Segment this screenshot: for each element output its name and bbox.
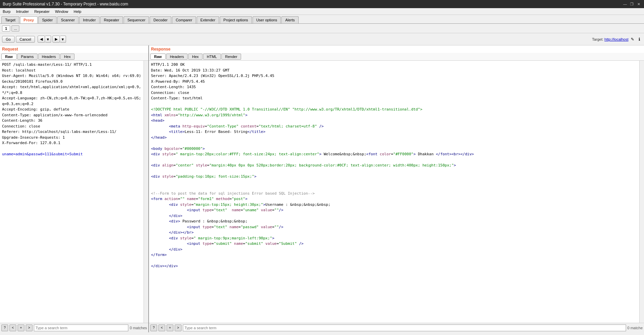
nav-next-dropdown[interactable]: ▼ xyxy=(60,36,66,43)
toolbar: Go Cancel ◀ ▼ ▶ ▼ Target: http://localho… xyxy=(0,33,644,45)
request-search-bar: ? < + > 0 matches xyxy=(0,323,148,332)
request-scrollbar[interactable] xyxy=(144,61,148,323)
menubar: Burp Intruder Repeater Window Help xyxy=(0,8,644,15)
titlebar-title: Burp Suite Professional v1.7.30 - Tempor… xyxy=(3,2,128,6)
response-label: Response xyxy=(149,45,644,53)
request-tabbar: Raw Params Headers Hex xyxy=(0,53,148,61)
request-match-count: 0 matches xyxy=(130,326,147,330)
titlebar-controls: — ❐ ✕ xyxy=(622,1,641,7)
session-tab-1[interactable]: 1 xyxy=(2,25,10,32)
request-label: Request xyxy=(0,45,148,53)
request-tab-raw[interactable]: Raw xyxy=(1,54,17,60)
target-url[interactable]: http://localhost xyxy=(604,37,628,41)
tab-comparer[interactable]: Comparer xyxy=(172,16,196,23)
close-button[interactable]: ✕ xyxy=(636,1,641,7)
edit-target-icon[interactable]: ✎ xyxy=(630,37,635,42)
session-ellipsis[interactable]: ... xyxy=(12,25,19,32)
nav-prev-button[interactable]: ◀ xyxy=(38,36,45,43)
request-content[interactable]: POST /sqli-labs-master/Less-11/ HTTP/1.1… xyxy=(0,61,144,323)
request-search-next-plus[interactable]: + xyxy=(18,324,24,331)
response-tab-raw[interactable]: Raw xyxy=(150,54,166,60)
target-label: Target: http://localhost xyxy=(592,37,628,41)
response-tab-render[interactable]: Render xyxy=(221,54,241,60)
request-panel: Request Raw Params Headers Hex POST /sql… xyxy=(0,45,149,332)
target-info-icon[interactable]: ℹ xyxy=(637,37,642,42)
titlebar: Burp Suite Professional v1.7.30 - Tempor… xyxy=(0,0,644,8)
menu-intruder[interactable]: Intruder xyxy=(15,9,30,14)
request-search-input[interactable] xyxy=(34,324,128,331)
response-match-count: 0 matche xyxy=(627,326,643,330)
request-tab-hex[interactable]: Hex xyxy=(60,54,74,60)
tab-alerts[interactable]: Alerts xyxy=(281,16,298,23)
menu-repeater[interactable]: Repeater xyxy=(33,9,51,14)
response-panel: Response Raw Headers Hex HTML Render HTT… xyxy=(149,45,644,332)
request-search-prev[interactable]: < xyxy=(9,324,16,331)
response-tab-html[interactable]: HTML xyxy=(203,54,221,60)
response-search-prev[interactable]: < xyxy=(158,324,165,331)
response-tab-hex[interactable]: Hex xyxy=(188,54,202,60)
nav-next-button[interactable]: ▶ xyxy=(52,36,60,43)
tab-scanner[interactable]: Scanner xyxy=(57,16,79,23)
minimize-button[interactable]: — xyxy=(622,1,628,7)
tab-project-options[interactable]: Project options xyxy=(220,16,252,23)
tab-extender[interactable]: Extender xyxy=(197,16,219,23)
response-scrollbar[interactable] xyxy=(639,61,644,323)
tab-proxy[interactable]: Proxy xyxy=(20,16,38,23)
tab-intruder[interactable]: Intruder xyxy=(79,16,100,23)
menu-window[interactable]: Window xyxy=(53,9,69,14)
tab-spider[interactable]: Spider xyxy=(38,16,57,23)
response-search-help[interactable]: ? xyxy=(150,324,157,331)
response-tabbar: Raw Headers Hex HTML Render xyxy=(149,53,644,61)
request-search-next[interactable]: > xyxy=(26,324,33,331)
menu-help[interactable]: Help xyxy=(72,9,83,14)
tab-user-options[interactable]: User options xyxy=(253,16,281,23)
response-content[interactable]: HTTP/1.1 200 OK Date: Wed, 16 Oct 2019 1… xyxy=(149,61,639,323)
tab-decoder[interactable]: Decoder xyxy=(150,16,171,23)
session-bar: 1 ... xyxy=(0,24,644,33)
menu-burp[interactable]: Burp xyxy=(1,9,12,14)
response-search-next[interactable]: > xyxy=(175,324,181,331)
response-search-bar: ? < + > 0 matche xyxy=(149,323,644,332)
request-tab-params[interactable]: Params xyxy=(17,54,38,60)
cancel-button[interactable]: Cancel xyxy=(16,36,35,43)
request-tab-headers[interactable]: Headers xyxy=(38,54,60,60)
main-tabbar: Target Proxy Spider Scanner Intruder Rep… xyxy=(0,15,644,24)
tab-repeater[interactable]: Repeater xyxy=(100,16,123,23)
response-tab-headers[interactable]: Headers xyxy=(166,54,188,60)
request-search-help[interactable]: ? xyxy=(1,324,8,331)
tab-sequencer[interactable]: Sequencer xyxy=(124,16,149,23)
go-button[interactable]: Go xyxy=(2,36,15,43)
maximize-button[interactable]: ❐ xyxy=(629,1,635,7)
main-content: Request Raw Params Headers Hex POST /sql… xyxy=(0,45,644,332)
tab-target[interactable]: Target xyxy=(1,16,19,23)
response-search-input[interactable] xyxy=(183,324,626,331)
nav-prev-dropdown[interactable]: ▼ xyxy=(45,36,51,43)
response-search-next-plus[interactable]: + xyxy=(167,324,173,331)
